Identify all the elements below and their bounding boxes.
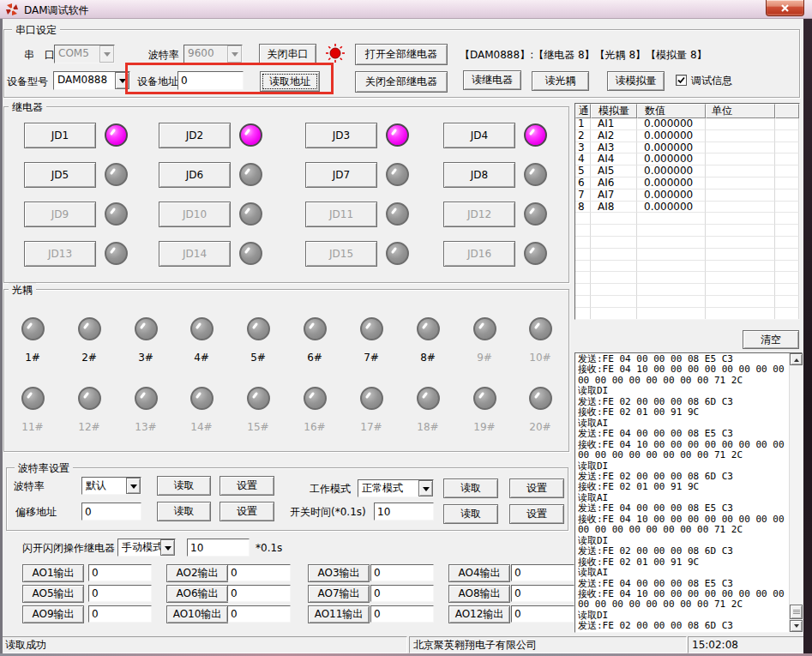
baud-settings-group-title: 波特率设置	[15, 461, 73, 476]
scroll-down-button[interactable]	[790, 620, 803, 632]
opto-led-5	[247, 317, 270, 340]
relay-button-jd7[interactable]: JD7	[305, 162, 377, 188]
baud-read-button[interactable]: 读取	[157, 476, 211, 496]
relay-button-jd4[interactable]: JD4	[443, 123, 515, 148]
relay-button-jd8[interactable]: JD8	[443, 162, 515, 188]
opto-led-16	[304, 387, 327, 410]
relay-button-jd2[interactable]: JD2	[159, 123, 231, 148]
read-address-button[interactable]: 读取地址	[260, 71, 320, 92]
analog-table-cell	[706, 284, 775, 296]
analog-table: 通模拟量数值单位1AI10.0000002AI20.0000003AI30.00…	[574, 103, 800, 320]
ao-output-button-4[interactable]: AO4输出	[448, 564, 510, 582]
offset-set-button[interactable]: 设置	[220, 502, 274, 521]
workmode-read-button[interactable]: 读取	[443, 478, 498, 498]
workmode-select[interactable]: 正常模式	[358, 479, 434, 497]
analog-table-cell	[575, 296, 591, 308]
ao-output-button-2[interactable]: AO2输出	[166, 564, 228, 582]
relay-button-jd3[interactable]: JD3	[305, 123, 377, 148]
read-relays-button[interactable]: 读继电器	[463, 70, 521, 90]
ao-output-input-1[interactable]	[88, 564, 152, 581]
ao-output-input-6[interactable]	[227, 585, 291, 602]
device-address-input[interactable]	[177, 71, 244, 90]
analog-table-row[interactable]: 8AI80.000000	[575, 202, 799, 214]
scroll-thumb[interactable]	[790, 605, 803, 619]
analog-table-row[interactable]: 5AI50.000000	[575, 166, 799, 178]
log-scrollbar[interactable]	[789, 353, 802, 632]
ao-output-button-12[interactable]: AO12输出	[448, 605, 510, 623]
analog-table-cell: 2	[575, 130, 591, 142]
switch-time-input[interactable]	[374, 503, 434, 521]
analog-table-row[interactable]: 1AI10.000000	[575, 118, 799, 130]
analog-table-cell	[775, 130, 799, 142]
relay-button-jd6[interactable]: JD6	[159, 162, 231, 188]
analog-table-row[interactable]: 6AI60.000000	[575, 178, 799, 190]
analog-table-cell	[591, 237, 637, 249]
ao-output-button-8[interactable]: AO8输出	[448, 585, 510, 603]
ao-output-button-6[interactable]: AO6输出	[166, 585, 228, 603]
debug-info-checkbox[interactable]	[676, 75, 687, 86]
analog-table-cell	[637, 284, 706, 296]
open-all-relays-button[interactable]: 打开全部继电器	[355, 44, 448, 65]
analog-table-cell	[591, 225, 637, 237]
analog-table-cell: AI7	[591, 190, 637, 202]
baud-set-select[interactable]: 默认	[81, 477, 141, 495]
analog-table-row[interactable]: 2AI20.000000	[575, 130, 799, 142]
clear-log-button[interactable]: 清空	[743, 330, 799, 349]
analog-table-cell: 5	[575, 166, 591, 178]
relay-button-jd5[interactable]: JD5	[24, 162, 96, 188]
relay-button-jd1[interactable]: JD1	[24, 123, 96, 148]
ao-output-input-12[interactable]	[511, 605, 574, 623]
ao-output-input-3[interactable]	[370, 564, 434, 581]
ao-output-input-4[interactable]	[511, 564, 574, 581]
ao-output-button-9[interactable]: AO9输出	[22, 605, 84, 623]
analog-table-empty-row	[575, 225, 799, 237]
relay-button-jd11: JD11	[305, 202, 377, 227]
analog-table-empty-row	[575, 308, 799, 320]
analog-table-cell	[706, 272, 775, 284]
ao-output-input-9[interactable]	[88, 605, 152, 623]
opto-led-6	[304, 317, 327, 340]
flash-time-input[interactable]	[187, 539, 250, 557]
analog-table-cell	[706, 190, 775, 202]
analog-table-cell	[575, 284, 591, 296]
close-button[interactable]	[766, 0, 804, 16]
opto-led-15	[247, 387, 270, 410]
analog-table-cell	[706, 142, 775, 154]
analog-table-row[interactable]: 3AI30.000000	[575, 142, 799, 154]
read-analog-button[interactable]: 读模拟量	[607, 71, 665, 91]
workmode-set-button[interactable]: 设置	[509, 478, 564, 498]
ao-output-input-2[interactable]	[227, 564, 291, 581]
analog-table-cell: 0.000000	[637, 166, 706, 178]
baud-set-button[interactable]: 设置	[220, 476, 274, 496]
relay-led-jd4	[524, 123, 547, 147]
ao-output-button-1[interactable]: AO1输出	[22, 564, 84, 582]
ao-output-input-7[interactable]	[370, 585, 434, 602]
ao-output-button-10[interactable]: AO10输出	[166, 605, 228, 623]
flash-mode-select[interactable]: 手动模式	[117, 539, 176, 557]
read-opto-button[interactable]: 读光耦	[532, 71, 589, 91]
ao-output-input-11[interactable]	[370, 605, 434, 623]
serial-log[interactable]: 发送:FE 04 00 00 00 08 E5 C3 接收:FE 04 10 0…	[578, 354, 789, 631]
analog-table-cell	[775, 225, 799, 237]
close-all-relays-button[interactable]: 关闭全部继电器	[355, 71, 448, 93]
flash-relay-label: 闪开闪闭操作继电器	[22, 542, 115, 554]
close-serial-button[interactable]: 关闭串口	[259, 44, 316, 65]
analog-table-cell	[575, 272, 591, 284]
ao-output-button-3[interactable]: AO3输出	[308, 564, 370, 582]
analog-table-row[interactable]: 7AI70.000000	[575, 190, 799, 202]
device-model-select[interactable]: DAM0888	[53, 71, 130, 90]
ao-output-button-11[interactable]: AO11输出	[308, 605, 370, 623]
ao-output-input-8[interactable]	[511, 585, 574, 602]
switch-time-set-button[interactable]: 设置	[509, 504, 564, 524]
ao-output-button-5[interactable]: AO5输出	[22, 585, 84, 603]
opto-channel-label: 5#	[239, 352, 277, 364]
ao-output-input-10[interactable]	[227, 605, 291, 623]
ao-output-button-7[interactable]: AO7输出	[308, 585, 370, 603]
scroll-up-button[interactable]	[790, 353, 803, 365]
switch-time-read-button[interactable]: 读取	[443, 504, 498, 524]
offset-address-input[interactable]	[81, 503, 141, 521]
offset-read-button[interactable]: 读取	[157, 502, 211, 521]
ao-output-input-5[interactable]	[88, 585, 152, 602]
analog-table-row[interactable]: 4AI40.000000	[575, 153, 799, 166]
opto-channel-label: 9#	[466, 352, 503, 364]
